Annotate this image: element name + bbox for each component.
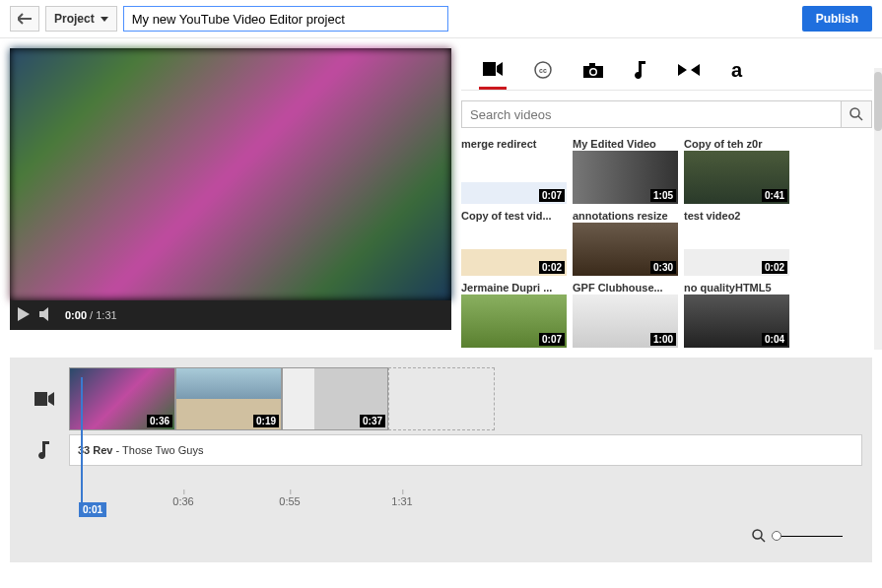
video-track-row: 0:360:190:37 — [20, 367, 862, 430]
svg-point-7 — [850, 108, 859, 117]
media-tabs: cc a — [461, 48, 872, 91]
tab-cc[interactable]: cc — [530, 52, 556, 90]
music-note-icon — [635, 61, 646, 79]
ruler-tick: 0:55 — [279, 495, 300, 507]
svg-point-6 — [591, 69, 596, 74]
thumb-duration: 1:00 — [650, 333, 676, 346]
video-thumb[interactable]: Copy of test vid...0:02 — [461, 210, 567, 276]
video-camera-icon — [483, 62, 503, 76]
zoom-icon — [752, 529, 766, 543]
thumb-title: My Edited Video — [573, 138, 678, 151]
timeline-clip[interactable]: 0:37 — [282, 367, 388, 430]
back-button[interactable] — [10, 6, 39, 32]
play-icon — [18, 307, 30, 321]
tab-transitions[interactable] — [674, 52, 704, 90]
publish-button[interactable]: Publish — [802, 6, 872, 32]
zoom-knob[interactable] — [772, 531, 781, 541]
tab-videos[interactable] — [479, 52, 507, 90]
video-thumb[interactable]: Jermaine Dupri ...0:07 — [461, 282, 567, 348]
video-thumb[interactable]: GPF Clubhouse...1:00 — [573, 282, 678, 348]
total-duration: 1:31 — [96, 309, 116, 321]
creative-commons-icon: cc — [534, 61, 552, 79]
video-thumb[interactable]: no qualityHTML50:04 — [684, 282, 789, 348]
scrollbar-thumb[interactable] — [874, 72, 882, 131]
timeline-clip[interactable]: 0:19 — [175, 367, 282, 430]
search-row — [461, 100, 872, 128]
audio-artist: 33 Rev — [78, 444, 112, 456]
thumb-title: GPF Clubhouse... — [573, 282, 678, 294]
thumb-image: 1:00 — [573, 294, 678, 348]
video-thumb[interactable]: My Edited Video1:05 — [573, 138, 678, 204]
ruler-tick: 1:31 — [391, 495, 412, 507]
thumb-duration: 0:02 — [539, 261, 565, 274]
playhead-time: 0:01 — [79, 502, 106, 517]
ruler-tick: 0:36 — [172, 495, 193, 507]
playhead[interactable]: 0:01 — [81, 377, 83, 515]
play-button[interactable] — [18, 307, 30, 323]
top-bar: Project Publish — [0, 0, 882, 38]
scrollbar[interactable] — [874, 68, 882, 350]
video-grid: merge redirect0:07My Edited Video1:05Cop… — [461, 138, 872, 348]
mute-button[interactable] — [39, 307, 55, 323]
chevron-down-icon — [101, 17, 108, 22]
thumb-image: 0:02 — [684, 223, 789, 276]
transition-icon — [678, 64, 700, 76]
svg-rect-9 — [34, 392, 47, 406]
tab-audio[interactable] — [631, 52, 650, 90]
project-title-input[interactable] — [123, 6, 448, 32]
clip-drop-zone[interactable] — [388, 367, 495, 430]
thumb-title: Copy of teh z0r — [684, 138, 789, 151]
video-thumb[interactable]: annotations resize0:30 — [573, 210, 678, 276]
thumb-title: no qualityHTML5 — [684, 282, 789, 294]
video-thumb[interactable]: test video20:02 — [684, 210, 789, 276]
zoom-slider[interactable] — [774, 536, 843, 537]
search-input[interactable] — [461, 100, 841, 128]
timeline: 0:360:190:37 33 Rev - Those Two Guys 0:0… — [10, 358, 872, 562]
tab-text[interactable]: a — [727, 52, 746, 90]
thumb-duration: 0:30 — [650, 261, 676, 274]
zoom-controls — [20, 519, 862, 543]
thumb-duration: 0:41 — [762, 189, 787, 202]
thumb-image: 0:07 — [461, 151, 567, 204]
time-ruler[interactable]: 0:01 0:360:551:31 — [77, 495, 862, 519]
thumb-image: 0:30 — [573, 223, 678, 276]
audio-track-icon-slot — [20, 441, 69, 459]
timeline-clip[interactable]: 0:36 — [69, 367, 175, 430]
video-thumb[interactable]: merge redirect0:07 — [461, 138, 567, 204]
video-track-icon-slot — [20, 392, 69, 406]
current-time: 0:00 — [65, 309, 87, 321]
video-track[interactable]: 0:360:190:37 — [69, 367, 862, 430]
thumb-title: merge redirect — [461, 138, 567, 151]
search-icon — [849, 107, 863, 121]
clip-duration: 0:36 — [147, 415, 172, 427]
preview-frame — [10, 48, 451, 300]
thumb-duration: 0:02 — [762, 261, 787, 274]
thumb-image: 1:05 — [573, 151, 678, 204]
tab-photos[interactable] — [579, 52, 607, 90]
audio-clip-label: 33 Rev - Those Two Guys — [78, 444, 203, 456]
thumb-duration: 0:07 — [539, 189, 565, 202]
search-button[interactable] — [841, 100, 872, 128]
project-dropdown[interactable]: Project — [45, 6, 117, 32]
text-a-icon: a — [731, 60, 742, 80]
thumb-image: 0:41 — [684, 151, 789, 204]
thumb-duration: 0:04 — [762, 333, 787, 346]
thumb-image: 0:04 — [684, 294, 789, 348]
thumb-title: Jermaine Dupri ... — [461, 282, 567, 294]
thumb-duration: 1:05 — [650, 189, 676, 202]
player-controls: 0:00 / 1:31 — [10, 300, 451, 330]
thumb-title: annotations resize — [573, 210, 678, 223]
camera-icon — [583, 63, 603, 78]
main-row: 0:00 / 1:31 cc a — [0, 38, 882, 358]
audio-title: Those Two Guys — [122, 444, 203, 456]
audio-track[interactable]: 33 Rev - Those Two Guys — [69, 434, 862, 466]
thumb-title: test video2 — [684, 210, 789, 223]
svg-line-11 — [761, 538, 765, 542]
thumb-image: 0:02 — [461, 223, 567, 276]
svg-point-10 — [753, 530, 762, 539]
music-note-icon — [38, 441, 50, 459]
video-thumb[interactable]: Copy of teh z0r0:41 — [684, 138, 789, 204]
thumb-duration: 0:07 — [539, 333, 565, 346]
clip-duration: 0:19 — [253, 415, 279, 427]
audio-track-row: 33 Rev - Those Two Guys — [20, 434, 862, 466]
